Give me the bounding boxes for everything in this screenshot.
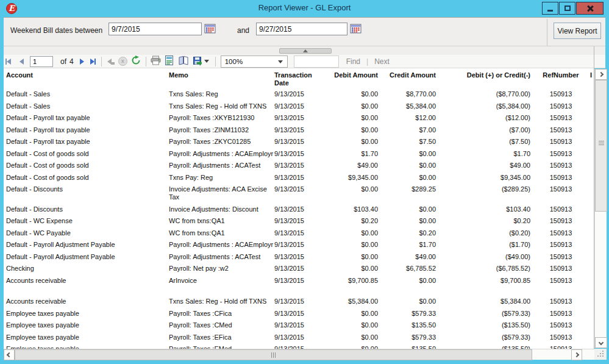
cell-memo: Payroll: Adjustments : ACAEmployr <box>169 150 274 158</box>
vertical-scroll-thumb[interactable] <box>595 80 607 212</box>
scroll-down-button[interactable] <box>595 337 607 348</box>
header-debit-amount: Debit Amount <box>293 71 378 79</box>
find-button[interactable]: Find <box>346 57 360 66</box>
end-date-calendar-button[interactable] <box>350 23 361 34</box>
cell-ref: 150913 <box>542 241 580 249</box>
scroll-right-icon <box>574 352 579 357</box>
cell-ref: 150913 <box>542 126 580 134</box>
toolbar-separator <box>146 57 146 66</box>
vertical-scrollbar[interactable] <box>594 69 607 348</box>
horizontal-scroll-thumb[interactable] <box>15 349 532 360</box>
stop-button[interactable]: x <box>118 57 127 66</box>
table-row: Default - WC Payable9/13/2015$0.00$0.20(… <box>4 227 594 240</box>
start-date-input[interactable] <box>109 23 202 35</box>
cell-debit: $0.00 <box>293 241 378 249</box>
cell-ref: 150913 <box>542 150 580 158</box>
thumb-grip-icon <box>599 143 604 143</box>
cell-account: Default - Discounts <box>6 185 166 193</box>
cell-account: Checking <box>6 265 166 273</box>
print-layout-icon <box>165 55 173 65</box>
header-credit-amount: Credit Amount <box>378 71 436 79</box>
export-icon <box>193 57 202 66</box>
cell-net: ($0.20) <box>442 229 530 237</box>
close-icon <box>586 5 594 12</box>
total-pages: 4 <box>69 57 74 66</box>
find-next-button[interactable]: Next <box>374 57 390 66</box>
table-row: Employee taxes payable9/13/2015$0.00$135… <box>4 343 594 349</box>
minimize-button[interactable] <box>542 2 558 15</box>
cell-net: ($6,785.52) <box>442 265 530 273</box>
cell-ref: 150913 <box>542 174 580 182</box>
cell-ref: 150913 <box>542 138 580 146</box>
next-page-button[interactable] <box>80 59 84 65</box>
cell-net: $103.40 <box>442 205 530 213</box>
cell-memo: WC from txns:QA1 <box>169 229 274 237</box>
cell-account: Default - Payroll Adjustment Payable <box>6 241 166 249</box>
first-page-button[interactable] <box>5 59 11 65</box>
cell-account: Default - Sales <box>6 90 166 98</box>
table-row: Employee taxes payable9/13/2015$0.00$135… <box>4 319 594 332</box>
table-row: Default - WC Expense9/13/2015$0.20$0.00$… <box>4 215 594 227</box>
last-page-button[interactable] <box>90 59 96 65</box>
print-button[interactable] <box>151 55 161 68</box>
cell-ref: 150913 <box>542 265 580 273</box>
thumb-grip-icon <box>273 352 274 358</box>
cell-ref: 150913 <box>542 185 580 193</box>
scroll-right-button[interactable] <box>571 349 582 360</box>
end-date-input[interactable] <box>256 23 347 35</box>
cell-net: ($12.00) <box>442 114 530 122</box>
cell-net: ($579.33) <box>442 334 530 341</box>
cell-credit: $12.00 <box>378 114 436 122</box>
scroll-up-button[interactable] <box>595 69 607 80</box>
cell-memo: WC from txns:QA1 <box>169 217 274 225</box>
cell-memo: Payroll: Taxes :ZKYC01285 <box>169 138 274 146</box>
cell-credit: $0.00 <box>378 217 436 225</box>
cell-account: Default - Cost of goods sold <box>6 150 166 158</box>
cell-memo: Txns Pay: Reg <box>169 174 274 182</box>
table-row: Default - Discounts9/13/2015$0.00$289.25… <box>4 184 594 204</box>
cell-memo: ArInvoice <box>169 277 274 285</box>
cell-account: Default - WC Expense <box>6 217 166 225</box>
cell-account: Default - Sales <box>6 102 166 110</box>
cell-net: ($8,770.00) <box>442 90 530 98</box>
cell-credit: $579.33 <box>378 310 436 318</box>
cell-credit: $0.00 <box>378 174 436 182</box>
cell-net: $9,700.85 <box>442 277 530 285</box>
resize-grip[interactable] <box>594 349 607 360</box>
view-report-button[interactable]: View Report <box>554 23 601 39</box>
close-button[interactable] <box>576 2 604 15</box>
print-layout-button[interactable] <box>165 55 173 68</box>
cell-memo: Payroll: Adjustments : ACATest <box>169 162 274 170</box>
maximize-icon <box>564 5 571 11</box>
scroll-left-button[interactable] <box>4 349 15 360</box>
header-account: Account <box>6 71 166 79</box>
table-row: Default - Sales9/13/2015$0.00$5,384.00($… <box>4 101 594 113</box>
export-button[interactable] <box>193 57 209 66</box>
table-row: Accounts receivable9/13/2015$9,700.85$0.… <box>4 275 594 287</box>
header-refnumber: RefNumber <box>542 71 580 79</box>
cell-debit: $0.00 <box>293 265 378 273</box>
cell-memo: Payroll: Taxes :ZINM11032 <box>169 126 274 134</box>
cell-net: ($49.00) <box>442 253 530 261</box>
page-number-input[interactable] <box>30 56 53 67</box>
page-setup-button[interactable] <box>179 55 188 68</box>
maximize-button[interactable] <box>559 2 575 15</box>
cell-debit: $1.70 <box>293 150 378 158</box>
cell-memo: Txns Sales: Reg - Hold off TXNS <box>169 298 274 305</box>
collapse-parameters-button[interactable] <box>279 48 332 54</box>
zoom-select[interactable]: 100% <box>221 55 288 68</box>
last-page-icon <box>90 59 94 65</box>
horizontal-scrollbar[interactable] <box>4 349 594 360</box>
cell-memo: Payroll: Taxes :XKYB121930 <box>169 114 274 122</box>
cell-account: Default - Payroll tax payable <box>6 114 166 122</box>
start-date-calendar-button[interactable] <box>204 23 216 34</box>
find-text-input[interactable] <box>294 55 339 68</box>
refresh-button[interactable] <box>131 55 141 68</box>
back-button[interactable] <box>107 56 115 67</box>
cell-account: Default - Payroll tax payable <box>6 138 166 146</box>
prev-page-button[interactable] <box>20 59 24 65</box>
titlebar: E Report Viewer - GL Export <box>0 0 609 17</box>
cell-debit: $0.00 <box>293 321 378 329</box>
cell-memo: Invoice Adjustments: Discount <box>169 205 274 213</box>
cell-memo: Payroll: Net pay :w2 <box>169 265 274 273</box>
